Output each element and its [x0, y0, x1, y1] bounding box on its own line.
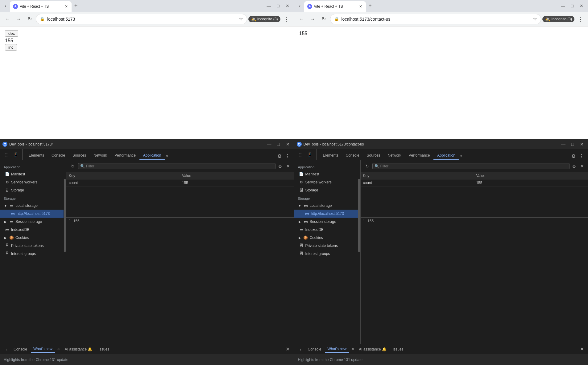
sidebar-indexed-db-2[interactable]: 🗃 IndexedDB [294, 226, 360, 234]
devtools-restore-2[interactable]: □ [569, 141, 576, 148]
forward-btn-1[interactable]: → [14, 14, 23, 24]
forward-btn-2[interactable]: → [308, 14, 318, 24]
menu-btn-1[interactable]: ⋮ [282, 14, 292, 24]
storage-refresh-btn-2[interactable]: ↻ [363, 162, 371, 170]
main-panel-inner-1[interactable]: Key Value count 155 [66, 172, 294, 344]
url-bar-2[interactable]: 🔒 localhost:5173/contact-us ☆ [330, 14, 541, 24]
devtools-inspect-btn-1[interactable]: ⬚ [2, 151, 10, 159]
bottom-tab-issues-2[interactable]: Issues [390, 346, 406, 353]
devtools-bottom-close-2[interactable]: ✕ [578, 346, 586, 353]
tab-close-1[interactable]: ✕ [64, 4, 69, 9]
incognito-badge-1[interactable]: 🕵 Incognito (3) [248, 16, 280, 22]
sidebar-session-storage-2[interactable]: ▶ 🗃 Session storage [294, 218, 360, 226]
sidebar-local-storage-url-1[interactable]: 🗃 http://localhost:5173 [0, 210, 66, 218]
devtools-close-2[interactable]: ✕ [578, 141, 586, 148]
tab-2[interactable]: Vite + React + TS ✕ [304, 1, 366, 12]
bottom-tab-ai-1[interactable]: AI assistance 🔔 [62, 346, 95, 353]
filter-delete-btn-2[interactable]: ✕ [579, 163, 586, 170]
sidebar-manifest-2[interactable]: 📄 Manifest [294, 170, 360, 178]
devtools-bottom-close-1[interactable]: ✕ [284, 346, 292, 353]
dt-tab-overflow-2[interactable]: » [459, 152, 464, 160]
dt-tab-application-1[interactable]: Application [139, 151, 165, 160]
sidebar-local-storage-2[interactable]: ▼ 🗃 Local storage [294, 202, 360, 210]
storage-refresh-btn-1[interactable]: ↻ [69, 162, 77, 170]
dec-button[interactable]: dec [5, 30, 18, 37]
minimize-btn-1[interactable]: — [265, 2, 273, 10]
back-btn-1[interactable]: ← [2, 14, 12, 24]
back-btn-2[interactable]: ← [297, 14, 307, 24]
sidebar-cookies-2[interactable]: ▶ 🍪 Cookies [294, 234, 360, 242]
devtools-bottom-icon-2[interactable]: ⋮ [297, 346, 304, 353]
dt-tab-elements-2[interactable]: Elements [319, 151, 342, 160]
dt-tab-performance-2[interactable]: Performance [405, 151, 434, 160]
bottom-tab-whatsnew-close-1[interactable]: ✕ [56, 347, 61, 352]
sidebar-local-storage-url-2[interactable]: 🗃 http://localhost:5173 [294, 210, 360, 218]
new-tab-btn-1[interactable]: + [72, 2, 80, 10]
bottom-tab-whatsnew-close-2[interactable]: ✕ [350, 347, 355, 352]
reload-btn-1[interactable]: ↻ [25, 14, 35, 24]
dt-tab-network-2[interactable]: Network [384, 151, 405, 160]
devtools-minimize-2[interactable]: — [560, 141, 567, 148]
filter-clear-btn-1[interactable]: ⊘ [277, 163, 284, 170]
devtools-settings-btn-2[interactable]: ⚙ [569, 152, 578, 160]
bottom-tab-ai-2[interactable]: AI assistance 🔔 [356, 346, 389, 353]
sidebar-scroll-inner-1[interactable]: Application 📄 Manifest ⚙ Service workers… [0, 163, 66, 342]
dt-tab-console-2[interactable]: Console [342, 151, 363, 160]
dt-tab-sources-1[interactable]: Sources [69, 151, 90, 160]
sidebar-interest-groups-2[interactable]: 🗄 Interest groups [294, 250, 360, 258]
sidebar-session-storage-1[interactable]: ▶ 🗃 Session storage [0, 218, 66, 226]
sidebar-indexed-db-1[interactable]: 🗃 IndexedDB [0, 226, 66, 234]
dt-tab-overflow-1[interactable]: » [165, 152, 170, 160]
sidebar-storage-app-1[interactable]: 🗄 Storage [0, 186, 66, 194]
devtools-settings-btn-1[interactable]: ⚙ [275, 152, 284, 160]
tab-nav-back-1[interactable]: ‹ [1, 2, 10, 10]
filter-delete-btn-1[interactable]: ✕ [285, 163, 292, 170]
inc-button[interactable]: inc [5, 44, 17, 51]
close-btn-2[interactable]: ✕ [578, 2, 586, 10]
dt-tab-sources-2[interactable]: Sources [363, 151, 384, 160]
bottom-tab-console-1[interactable]: Console [11, 346, 30, 353]
sidebar-private-state-1[interactable]: 🗄 Private state tokens [0, 242, 66, 250]
sidebar-private-state-2[interactable]: 🗄 Private state tokens [294, 242, 360, 250]
minimize-btn-2[interactable]: — [559, 2, 567, 10]
bottom-tab-whatsnew-2[interactable]: What's new [325, 346, 349, 353]
sidebar-cookies-1[interactable]: ▶ 🍪 Cookies [0, 234, 66, 242]
sidebar-local-storage-1[interactable]: ▼ 🗃 Local storage [0, 202, 66, 210]
table-row[interactable]: count 155 [66, 179, 294, 187]
sidebar-service-workers-2[interactable]: ⚙ Service workers [294, 178, 360, 186]
sidebar-interest-groups-1[interactable]: 🗄 Interest groups [0, 250, 66, 258]
bookmark-icon-2[interactable]: ☆ [533, 16, 537, 22]
menu-btn-2[interactable]: ⋮ [576, 14, 586, 24]
devtools-device-btn-1[interactable]: 📱 [12, 151, 20, 159]
sidebar-storage-app-2[interactable]: 🗄 Storage [294, 186, 360, 194]
sidebar-manifest-1[interactable]: 📄 Manifest [0, 170, 66, 178]
dt-tab-application-2[interactable]: Application [433, 151, 459, 160]
filter-clear-btn-2[interactable]: ⊘ [571, 163, 578, 170]
sidebar-service-workers-1[interactable]: ⚙ Service workers [0, 178, 66, 186]
bottom-tab-whatsnew-1[interactable]: What's new [31, 346, 55, 353]
restore-btn-1[interactable]: □ [274, 2, 282, 10]
new-tab-btn-2[interactable]: + [366, 2, 375, 10]
dt-tab-elements-1[interactable]: Elements [25, 151, 48, 160]
bottom-tab-console-2[interactable]: Console [305, 346, 324, 353]
filter-input-1[interactable] [86, 164, 273, 168]
devtools-bottom-icon-1[interactable]: ⋮ [2, 346, 10, 353]
devtools-more-btn-1[interactable]: ⋮ [284, 152, 292, 160]
dt-tab-network-1[interactable]: Network [90, 151, 111, 160]
tab-nav-back-2[interactable]: ‹ [296, 2, 304, 10]
close-btn-1[interactable]: ✕ [284, 2, 292, 10]
devtools-more-btn-2[interactable]: ⋮ [578, 152, 586, 160]
dt-tab-console-1[interactable]: Console [48, 151, 69, 160]
tab-1[interactable]: Vite + React + TS ✕ [10, 1, 72, 12]
sidebar-scroll-inner-2[interactable]: Application 📄 Manifest ⚙ Service workers… [294, 163, 360, 342]
devtools-inspect-btn-2[interactable]: ⬚ [297, 151, 305, 159]
devtools-device-btn-2[interactable]: 📱 [306, 151, 314, 159]
main-panel-inner-2[interactable]: Key Value count 155 [361, 172, 588, 344]
devtools-restore-1[interactable]: □ [275, 141, 282, 148]
restore-btn-2[interactable]: □ [568, 2, 576, 10]
devtools-minimize-1[interactable]: — [266, 141, 273, 148]
incognito-badge-2[interactable]: 🕵 Incognito (3) [542, 16, 574, 22]
bottom-tab-issues-1[interactable]: Issues [96, 346, 112, 353]
devtools-close-1[interactable]: ✕ [284, 141, 292, 148]
reload-btn-2[interactable]: ↻ [319, 14, 329, 24]
